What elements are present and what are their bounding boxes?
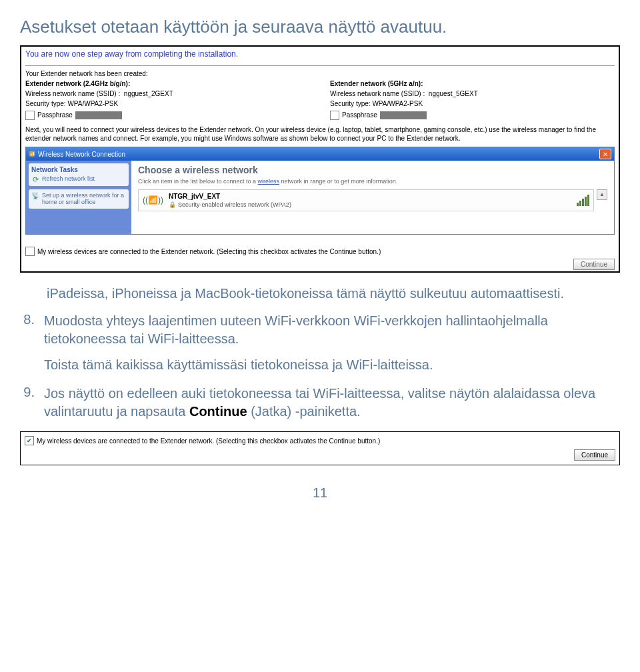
divider [25,65,615,66]
passphrase-box [330,111,339,120]
refresh-icon: ⟳ [31,175,39,183]
net24-pp-label: Passphrase [37,110,73,120]
continue-button[interactable]: Continue [573,259,615,270]
net5-pp-label: Passphrase [342,110,377,120]
step-8: 8. Muodosta yhteys laajentimen uuteen Wi… [20,312,620,374]
created-label: Your Extender network has been created: [25,70,615,77]
install-header: You are now one step away from completin… [23,48,617,65]
sidebar-tasks-heading: Network Tasks [31,166,126,173]
network-list-item[interactable]: ((📶)) NTGR_jtvV_EXT 🔒 Security-enabled w… [138,189,594,211]
sidebar-setup[interactable]: 📡 Set up a wireless network for a home o… [31,192,126,206]
step-9: 9. Jos näyttö on edelleen auki tietokone… [20,385,620,421]
net5-ssid: ngguest_5GEXT [429,90,478,97]
net24-heading: Extender network (2.4GHz b/g/n): [25,79,310,89]
signal-bars-icon [577,195,589,206]
screenshot-1: You are now one step away from completin… [20,45,620,273]
net5-heading: Extender network (5GHz a/n): [330,79,615,89]
network-5ghz-column: Extender network (5GHz a/n): Wireless ne… [330,79,615,120]
step-8-text-2: Toista tämä kaikissa käyttämissäsi tieto… [44,356,620,374]
subtext-a: Click an item in the list below to conne… [138,178,258,185]
lock-icon: 🔒 [169,201,176,208]
passphrase-box [25,111,35,120]
ipad-note: iPadeissa, iPhoneissa ja MacBook-tietoko… [47,285,620,303]
continue-bold: Continue [189,404,247,419]
devices-connected-checkbox-checked[interactable]: ✔ [25,436,34,445]
window-title: Wireless Network Connection [38,151,125,158]
net5-sec-label: Security type: [330,100,371,107]
wireless-icon: 📶 [29,151,35,157]
sidebar: Network Tasks ⟳ Refresh network list 📡 S… [26,161,131,234]
continue-button-active[interactable]: Continue [574,449,615,461]
wireless-window: 📶 Wireless Network Connection ✕ Network … [25,147,615,235]
net24-sec-label: Security type: [25,100,66,107]
instructions-text: Next, you will need to connect your wire… [25,125,615,143]
wireless-main-panel: Choose a wireless network Click an item … [131,161,614,234]
devices-connected-checkbox[interactable] [25,247,35,256]
sidebar-refresh[interactable]: ⟳ Refresh network list [31,175,126,183]
net5-ssid-label: Wireless network name (SSID) : [330,90,425,97]
checkbox-label: My wireless devices are connected to the… [37,248,381,255]
checkbox-label-2: My wireless devices are connected to the… [37,437,380,445]
net24-ssid-label: Wireless network name (SSID) : [25,90,120,97]
screenshot-2: ✔ My wireless devices are connected to t… [20,431,620,465]
choose-heading: Choose a wireless network [138,165,607,175]
sidebar-refresh-label: Refresh network list [42,175,95,182]
net5-sec: WPA/WPA2-PSK [372,100,423,107]
network-name: NTGR_jtvV_EXT [169,193,571,200]
step-8-text-1: Muodosta yhteys laajentimen uuteen WiFi-… [44,312,620,348]
passphrase-mask [75,111,122,119]
step-8-number: 8. [20,312,35,374]
wireless-link[interactable]: wireless [258,178,280,185]
network-24ghz-column: Extender network (2.4GHz b/g/n): Wireles… [25,79,310,120]
close-icon[interactable]: ✕ [599,149,611,159]
antenna-icon: 📡 [31,192,39,200]
scroll-up-button[interactable]: ▲ [597,189,607,200]
step-9-number: 9. [20,385,35,421]
choose-subtext: Click an item in the list below to conne… [138,178,607,185]
net24-ssid: ngguest_2GEXT [124,90,173,97]
signal-icon: ((📶)) [143,195,163,205]
passphrase-mask [380,111,427,119]
window-titlebar: 📶 Wireless Network Connection ✕ [26,147,614,161]
sidebar-setup-label: Set up a wireless network for a home or … [42,192,126,206]
subtext-b: network in range or to get more informat… [279,178,397,185]
page-title: Asetukset otetaan käyttöön ja seuraava n… [20,17,620,37]
net24-sec: WPA/WPA2-PSK [67,100,118,107]
network-security-label: Security-enabled wireless network (WPA2) [178,201,291,208]
page-number: 11 [20,485,620,501]
step-9-text-c: (Jatka) -painiketta. [247,404,361,419]
